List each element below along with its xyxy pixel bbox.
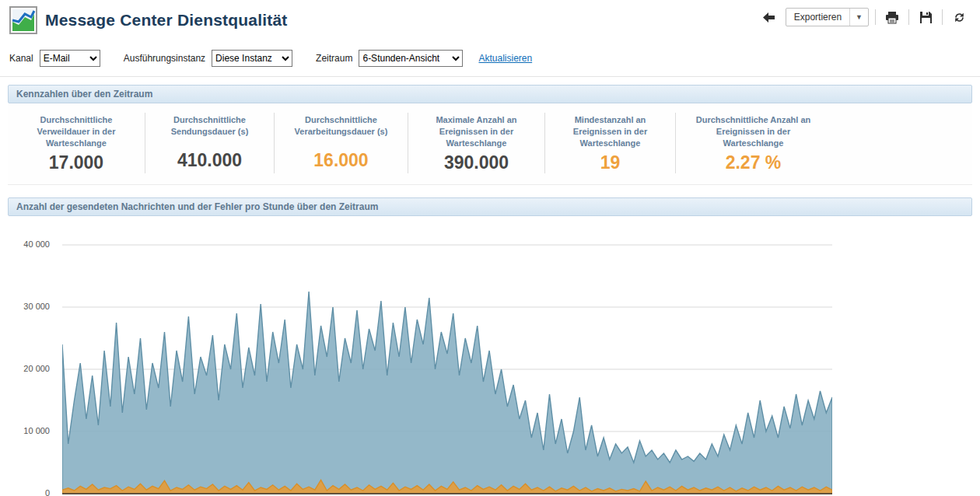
app-icon [9, 6, 37, 34]
chevron-down-icon: ▼ [849, 9, 868, 26]
page-title: Message Center Dienstqualität [45, 11, 288, 30]
section-header-chart-label: Anzahl der gesendeten Nachrichten und de… [16, 201, 378, 212]
zeitraum-select[interactable]: 6-Stunden-Ansicht [359, 50, 463, 67]
toolbar-separator [875, 9, 876, 25]
toolbar-separator [942, 9, 943, 25]
kpi-value: 17.000 [19, 152, 134, 173]
kpi-value: 2.27 % [687, 152, 820, 173]
kpi-label: Durchschnittliche Sendungsdauer (s) [156, 114, 263, 147]
y-axis-tick: 40 000 [8, 239, 50, 249]
save-icon[interactable] [915, 8, 936, 26]
kpi-max-ereignisse: Maximale Anzahl an Ereignissen in der Wa… [408, 113, 544, 173]
print-icon[interactable] [882, 8, 902, 26]
kpi-value: 19 [556, 152, 664, 173]
kpi-label: Durchschnittliche Verweildauer in der Wa… [19, 114, 134, 149]
export-button[interactable]: Exportieren ▼ [786, 8, 869, 26]
zeitraum-label: Zeitraum [316, 53, 352, 64]
kpi-label: Durchschnittliche Anzahl an Ereignissen … [687, 114, 820, 149]
filter-bar: Kanal E-Mail Ausführungsinstanz Diese In… [0, 44, 980, 77]
kpi-label: Mindestanzahl an Ereignissen in der Wart… [556, 114, 664, 149]
y-axis-tick: 30 000 [8, 302, 50, 311]
kpi-min-ereignisse: Mindestanzahl an Ereignissen in der Wart… [544, 113, 675, 173]
kpi-value: 410.000 [156, 150, 263, 171]
kpi-value: 390.000 [419, 152, 534, 173]
section-header-kpis-label: Kennzahlen über den Zeitraum [16, 89, 152, 100]
kpi-sendungsdauer: Durchschnittliche Sendungsdauer (s) 410.… [145, 113, 274, 173]
kpi-verarbeitungsdauer: Durchschnittliche Verarbeitungsdauer (s)… [274, 113, 408, 173]
instanz-label: Ausführungsinstanz [124, 53, 205, 64]
export-button-label: Exportieren [786, 12, 849, 23]
toolbar: Exportieren ▼ [759, 6, 969, 28]
kpi-durchschnitt-ereignisse: Durchschnittliche Anzahl an Ereignissen … [675, 113, 831, 173]
kanal-label: Kanal [9, 53, 33, 64]
refresh-icon[interactable] [949, 8, 969, 26]
y-axis-tick: 20 000 [8, 364, 50, 373]
y-axis: 010 00020 00030 00040 000 [8, 216, 56, 496]
toolbar-separator [908, 9, 909, 25]
y-axis-tick: 0 [8, 488, 50, 496]
kpi-row: Durchschnittliche Verweildauer in der Wa… [8, 103, 972, 185]
y-axis-tick: 10 000 [8, 426, 50, 435]
section-header-kpis: Kennzahlen über den Zeitraum [8, 85, 972, 103]
chart: 010 00020 00030 00040 000 [8, 216, 972, 496]
page-header: Message Center Dienstqualität Exportiere… [0, 0, 980, 44]
refresh-link[interactable]: Aktualisieren [478, 53, 532, 64]
kpi-value: 16.000 [285, 150, 397, 171]
series-nachrichten [62, 292, 832, 494]
instanz-select[interactable]: Diese Instanz [212, 50, 292, 67]
kpi-verweildauer: Durchschnittliche Verweildauer in der Wa… [8, 113, 145, 173]
kpi-label: Durchschnittliche Verarbeitungsdauer (s) [285, 114, 397, 147]
chart-canvas [62, 244, 832, 496]
kanal-select[interactable]: E-Mail [40, 50, 100, 67]
kpi-label: Maximale Anzahl an Ereignissen in der Wa… [419, 114, 534, 149]
section-header-chart: Anzahl der gesendeten Nachrichten und de… [8, 197, 972, 216]
back-icon[interactable] [759, 8, 779, 26]
